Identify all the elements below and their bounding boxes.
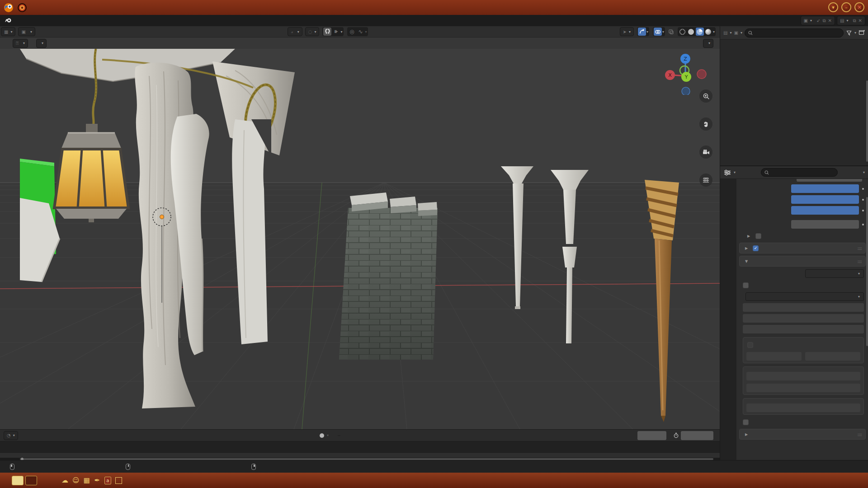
ink-icon[interactable]: ✒ (94, 476, 100, 484)
diffuse-slider[interactable] (791, 184, 859, 193)
window-minimize-button[interactable]: – (841, 2, 851, 12)
radius-field[interactable] (791, 220, 859, 229)
orientation-dropdown[interactable]: ⍐▾ (13, 39, 28, 48)
collection-only-checkbox[interactable] (743, 282, 749, 288)
viewlayer-selector[interactable]: ▤▾ ⧉ ✕ (837, 16, 865, 25)
copy-icon[interactable]: ⧉ (853, 18, 856, 23)
outliner-search-input[interactable] (745, 28, 844, 38)
shadow-panel-header[interactable]: ▶ ✓ :::: (739, 243, 866, 253)
display-mode-icon[interactable]: ▤ (723, 30, 727, 35)
babylon-panel-header[interactable]: ▼ :::: (739, 256, 866, 267)
drag-dropdown[interactable]: ▾ (36, 39, 47, 48)
shading-material-button[interactable] (696, 28, 704, 36)
viewlayer-icon: ▤ (840, 18, 844, 23)
snap-target-button[interactable]: ⊪ (332, 28, 340, 36)
options-button[interactable]: ▾ (703, 39, 713, 48)
desktop-1-button[interactable] (12, 476, 24, 485)
copy-icon[interactable]: ⧉ (822, 18, 826, 23)
collection-only-row (743, 281, 862, 289)
overlays-toggle[interactable] (654, 28, 662, 36)
axes-icon: ⟓ (291, 29, 293, 34)
filter-icon[interactable] (846, 30, 852, 36)
titlebar: ▾ – ✕ (0, 0, 868, 15)
new-collection-icon[interactable] (859, 29, 865, 36)
custom-properties-header[interactable]: ▶ :::: (739, 429, 866, 440)
dictionary-icon[interactable]: a (104, 477, 111, 484)
window-close-button[interactable]: ✕ (854, 2, 864, 12)
navigation-gizmo[interactable]: Z X Y (663, 50, 708, 95)
scene-selector[interactable]: ▣▾ ➶ ⧉ ✕ (801, 16, 835, 25)
calculator-icon[interactable]: ▦ (84, 476, 90, 484)
pin-icon[interactable]: ➶ (816, 18, 820, 23)
gizmos-toggle[interactable] (638, 28, 646, 36)
unlink-icon[interactable]: ✕ (859, 18, 862, 23)
shading-solid-button[interactable] (687, 28, 695, 36)
properties-search-input[interactable] (761, 168, 838, 177)
clipped-power-row (743, 179, 862, 183)
shading-rendered-button[interactable] (704, 28, 712, 36)
timeline-header: ◔▾ ▾ (0, 430, 720, 441)
timeline-editor: ◔▾ ▾ (0, 429, 720, 460)
show-object-types-dropdown[interactable]: ➤▾ (620, 27, 634, 36)
outliner-scrollbar[interactable] (866, 80, 868, 162)
right-panel: ▤▾ ▣▾ ▾ ▾ ▾ (720, 26, 868, 460)
specular-row (743, 195, 864, 204)
timeline-track[interactable] (0, 452, 720, 458)
desktop-2-button[interactable] (25, 476, 37, 485)
properties-options-caret[interactable]: ▾ (863, 170, 865, 174)
mode-dropdown[interactable]: ▣▾ (18, 27, 35, 36)
proportional-edit-toggle[interactable]: ◎ (348, 28, 356, 36)
properties-editor-icon[interactable] (724, 169, 731, 176)
shadow-checkbox[interactable]: ✓ (753, 245, 759, 251)
min-z-field[interactable] (746, 352, 802, 361)
search-icon (764, 170, 769, 175)
viewport-canvas[interactable]: Z X Y (0, 49, 720, 429)
pan-hand-button[interactable] (699, 117, 712, 131)
taskbar: ☁☺▦✒a (0, 473, 868, 488)
properties-scrollbar[interactable] (866, 197, 868, 346)
blur-scale-field[interactable] (746, 372, 860, 380)
shadow-bias-field[interactable] (743, 314, 864, 323)
volume-slider[interactable] (791, 206, 859, 215)
weather-icon[interactable]: ☁ (61, 476, 68, 484)
filter-id-icon[interactable]: ▣ (734, 30, 738, 35)
auto-calc-group (743, 337, 864, 363)
xray-toggle[interactable] (667, 28, 675, 36)
blur-box-offset-field[interactable] (746, 384, 860, 392)
editor-type-button[interactable]: ▦▾ (1, 27, 15, 36)
show-desktop-icon[interactable] (115, 477, 122, 484)
pivot-icon: ◌ (308, 29, 312, 34)
snap-options-caret[interactable]: ▾ (340, 30, 342, 34)
snap-magnet-toggle[interactable] (323, 28, 331, 36)
auto-calc-checkbox[interactable] (747, 342, 753, 348)
shading-wireframe-button[interactable] (679, 28, 687, 36)
camera-view-button[interactable] (699, 145, 712, 159)
custom-distance-checkbox[interactable] (755, 233, 761, 239)
specular-slider[interactable] (791, 195, 859, 204)
pivot-point-dropdown[interactable]: ◌▾ (305, 27, 320, 36)
auto-launch-checkbox[interactable] (743, 419, 749, 425)
auto-keying-toggle[interactable] (318, 432, 326, 440)
stopwatch-icon[interactable] (672, 432, 680, 440)
shadow-lambda-field[interactable] (746, 404, 860, 412)
pbr-intensity-dropdown[interactable]: ▾ (805, 269, 864, 278)
frame-range-fields[interactable] (681, 431, 713, 440)
emoji-icon[interactable]: ☺ (72, 476, 80, 484)
timeline-ruler[interactable] (0, 441, 720, 452)
zoom-button[interactable] (699, 89, 712, 103)
grid-ortho-button[interactable] (699, 174, 712, 187)
falloff-curve-icon[interactable]: ∿ (357, 28, 365, 36)
timeline-editor-type-button[interactable]: ◔▾ (4, 431, 18, 440)
outliner: ▤▾ ▣▾ ▾ (720, 26, 868, 165)
max-field[interactable] (805, 352, 860, 361)
add-workspace-tab[interactable] (22, 19, 30, 23)
current-frame-field[interactable] (637, 431, 666, 440)
unlink-icon[interactable]: ✕ (828, 18, 832, 23)
shadow-map-size-field[interactable] (743, 303, 864, 312)
shadow-darkness-field[interactable] (743, 325, 864, 333)
menubar: ▣▾ ➶ ⧉ ✕ ▤▾ ⧉ ✕ (0, 15, 868, 26)
window-restore-button[interactable]: ▾ (828, 2, 838, 12)
mouse-left-icon (10, 464, 14, 470)
shadow-map-dropdown[interactable]: ▾ (745, 292, 864, 301)
transform-orientation-dropdown[interactable]: ⟓▾ (288, 27, 302, 36)
